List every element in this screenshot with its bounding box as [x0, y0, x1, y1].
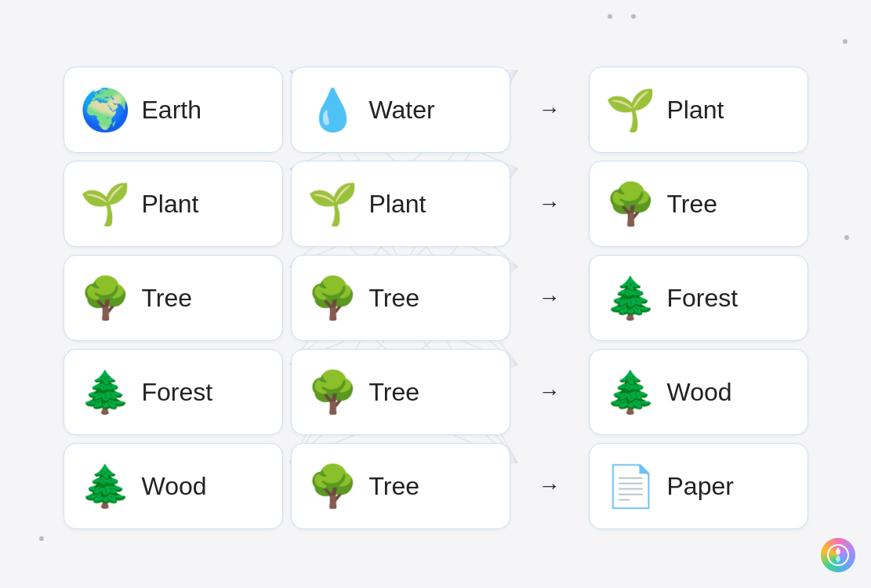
earth-icon: 🌍	[80, 89, 131, 130]
plant-icon-1: 🌱	[80, 183, 131, 224]
right-input-label-3: Tree	[369, 378, 420, 407]
left-label-3: Forest	[142, 378, 213, 407]
arrow-2: →	[518, 255, 581, 341]
arrow-1: →	[518, 161, 581, 247]
right-input-label-1: Plant	[369, 190, 426, 219]
result-card-2: 🌲 Forest	[589, 255, 808, 341]
result-label-2: Forest	[667, 284, 739, 313]
tree-icon-3: 🌳	[307, 278, 358, 318]
result-card-4: 📄 Paper	[589, 443, 808, 529]
left-card-4: 🌲 Wood	[64, 443, 283, 529]
wood-icon-3: 🌲	[605, 372, 656, 412]
logo-icon	[827, 544, 849, 566]
right-input-card-4: 🌳 Tree	[291, 443, 510, 529]
arrow-3: →	[518, 349, 581, 435]
right-input-card-0: 💧 Water	[291, 67, 510, 153]
tree-icon-2: 🌳	[80, 278, 131, 318]
left-label-1: Plant	[142, 190, 199, 219]
plant-icon-0: 🌱	[605, 89, 656, 130]
forest-icon-2: 🌲	[605, 278, 656, 318]
app-logo	[821, 538, 855, 572]
result-label-3: Wood	[667, 378, 732, 407]
left-card-3: 🌲 Forest	[64, 349, 283, 435]
result-card-3: 🌲 Wood	[589, 349, 808, 435]
forest-icon-3: 🌲	[80, 372, 131, 412]
right-input-label-2: Tree	[369, 284, 420, 313]
arrow-0: →	[518, 67, 581, 153]
result-label-4: Paper	[667, 472, 734, 501]
decorative-dot	[844, 235, 849, 240]
right-input-label-4: Tree	[369, 472, 420, 501]
result-label-0: Plant	[667, 96, 724, 125]
tree-icon-4: 🌳	[307, 372, 358, 412]
main-container: 🌍 Earth 💧 Water → 🌱 Plant 🌱 Plant 🌱	[0, 0, 871, 588]
decorative-dot	[39, 536, 44, 541]
result-label-1: Tree	[667, 190, 718, 219]
left-card-2: 🌳 Tree	[64, 255, 283, 341]
right-input-card-2: 🌳 Tree	[291, 255, 510, 341]
result-card-0: 🌱 Plant	[589, 67, 808, 153]
tree-icon-1: 🌳	[605, 183, 656, 224]
left-card-0: 🌍 Earth	[64, 67, 283, 153]
plant-icon-2: 🌱	[307, 183, 358, 224]
left-label-0: Earth	[142, 96, 201, 125]
left-label-4: Wood	[142, 472, 207, 501]
result-card-1: 🌳 Tree	[589, 161, 808, 247]
decorative-dot	[843, 39, 847, 44]
tree-icon-5: 🌳	[307, 466, 358, 506]
left-card-1: 🌱 Plant	[64, 161, 283, 247]
paper-icon-4: 📄	[605, 466, 656, 506]
water-icon: 💧	[307, 89, 358, 130]
left-label-2: Tree	[142, 284, 193, 313]
right-input-label-0: Water	[369, 96, 435, 125]
right-input-card-1: 🌱 Plant	[291, 161, 510, 247]
decorative-dot	[631, 14, 636, 19]
wood-icon-4: 🌲	[80, 466, 131, 506]
arrow-4: →	[518, 443, 581, 529]
right-input-card-3: 🌳 Tree	[291, 349, 510, 435]
decorative-dot	[608, 14, 612, 19]
